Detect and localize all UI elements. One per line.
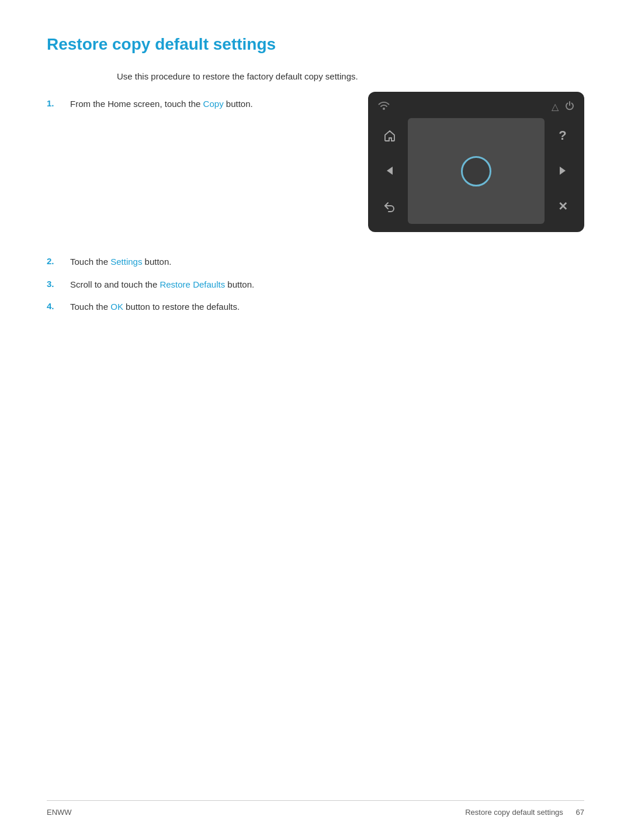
restore-defaults-link: Restore Defaults xyxy=(160,279,225,289)
step-2: 2. Touch the Settings button. xyxy=(47,255,584,269)
step-3-number: 3. xyxy=(47,278,70,289)
step-3: 3. Scroll to and touch the Restore Defau… xyxy=(47,278,584,292)
panel-top-row: △ xyxy=(377,100,575,113)
cancel-x-button[interactable]: ✕ xyxy=(553,196,573,216)
step-3-text: Scroll to and touch the Restore Defaults… xyxy=(70,278,254,292)
step-2-number: 2. xyxy=(47,255,70,266)
panel-middle: ? ✕ xyxy=(377,118,575,224)
panel-right-buttons: ? ✕ xyxy=(550,118,575,224)
right-arrow-button[interactable] xyxy=(553,161,573,181)
settings-link: Settings xyxy=(110,257,142,267)
svg-marker-1 xyxy=(387,167,393,175)
footer-right: Restore copy default settings 67 xyxy=(465,808,584,817)
back-button[interactable] xyxy=(380,196,400,216)
footer-page-number: 67 xyxy=(576,808,584,817)
printer-screen xyxy=(408,118,545,224)
step-1-row: 1. From the Home screen, touch the Copy … xyxy=(47,98,584,232)
warning-triangle-icon: △ xyxy=(552,101,559,112)
copy-link: Copy xyxy=(203,99,224,109)
page-container: Restore copy default settings Use this p… xyxy=(0,0,631,840)
svg-point-0 xyxy=(383,108,385,110)
step-4-text: Touch the OK button to restore the defau… xyxy=(70,300,240,314)
step-4: 4. Touch the OK button to restore the de… xyxy=(47,300,584,314)
step-4-number: 4. xyxy=(47,300,70,311)
intro-text: Use this procedure to restore the factor… xyxy=(117,71,584,81)
step-2-text: Touch the Settings button. xyxy=(70,255,171,269)
footer-enww: ENWW xyxy=(47,808,72,817)
wifi-icon xyxy=(377,100,390,113)
panel-top-right-icons: △ xyxy=(552,101,575,113)
left-arrow-button[interactable] xyxy=(380,161,400,181)
panel-left-buttons xyxy=(377,118,402,224)
step-1-number: 1. xyxy=(47,98,70,108)
step-1-text: From the Home screen, touch the Copy but… xyxy=(70,98,253,111)
power-icon xyxy=(564,101,575,113)
joystick-button[interactable] xyxy=(461,156,491,186)
printer-panel-container: △ xyxy=(368,92,584,232)
help-button[interactable]: ? xyxy=(553,126,573,146)
footer: ENWW Restore copy default settings 67 xyxy=(47,800,584,817)
svg-marker-2 xyxy=(560,167,566,175)
footer-section-title: Restore copy default settings xyxy=(465,808,563,817)
step-1-text-area: 1. From the Home screen, touch the Copy … xyxy=(47,98,345,111)
ok-link: OK xyxy=(110,302,123,312)
remaining-steps: 2. Touch the Settings button. 3. Scroll … xyxy=(47,255,584,314)
page-title: Restore copy default settings xyxy=(47,35,584,54)
printer-panel: △ xyxy=(368,92,584,232)
home-button[interactable] xyxy=(380,126,400,146)
